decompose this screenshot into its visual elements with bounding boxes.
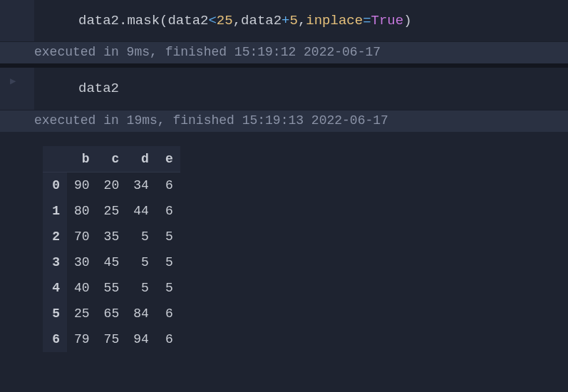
table-cell: 40: [67, 275, 97, 301]
table-cell: 5: [126, 275, 156, 301]
column-header: b: [67, 146, 97, 172]
column-header: e: [156, 146, 180, 172]
execution-status: executed in 19ms, finished 15:19:13 2022…: [0, 110, 568, 132]
table-header-row: b c d e: [43, 146, 180, 172]
code-token: data2: [167, 13, 208, 29]
table-cell: 6: [156, 301, 180, 326]
table-row: 4405555: [43, 275, 180, 301]
table-cell: 55: [97, 275, 127, 301]
code-input[interactable]: data2.mask(data2<25,data2+5,inplace=True…: [0, 0, 568, 41]
table-cell: 80: [67, 198, 97, 224]
table-cell: 25: [97, 198, 127, 224]
table-cell: 5: [156, 249, 180, 275]
row-index: 4: [43, 275, 67, 301]
table-row: 52565846: [43, 301, 180, 326]
code-cell-2[interactable]: ▶ data2: [0, 68, 568, 109]
code-token: mask: [127, 13, 160, 29]
row-index: 5: [43, 301, 67, 326]
table-cell: 75: [97, 326, 127, 352]
run-indicator-icon: ▶: [10, 75, 16, 87]
code-token: <: [208, 13, 216, 29]
table-cell: 90: [67, 172, 97, 198]
table-cell: 84: [126, 301, 156, 326]
code-token: 25: [217, 13, 233, 29]
code-cell-1[interactable]: data2.mask(data2<25,data2+5,inplace=True…: [0, 0, 568, 41]
code-token: .: [119, 13, 127, 29]
code-token: =: [363, 13, 371, 29]
code-token: ): [403, 13, 411, 29]
table-row: 67975946: [43, 326, 180, 352]
table-cell: 45: [97, 249, 127, 275]
table-row: 18025446: [43, 198, 180, 224]
row-index: 2: [43, 224, 67, 249]
cell-gutter: [0, 0, 34, 41]
table-row: 2703555: [43, 224, 180, 249]
table-cell: 6: [156, 326, 180, 352]
table-cell: 65: [97, 301, 127, 326]
table-cell: 6: [156, 198, 180, 224]
code-input[interactable]: data2: [0, 68, 568, 109]
table-cell: 5: [156, 275, 180, 301]
table-cell: 34: [126, 172, 156, 198]
table-cell: 70: [67, 224, 97, 249]
row-index: 6: [43, 326, 67, 352]
row-index: 1: [43, 198, 67, 224]
code-token: data2: [78, 81, 119, 96]
table-cell: 30: [67, 249, 97, 275]
code-token: 5: [290, 13, 298, 29]
column-header: d: [126, 146, 156, 172]
table-row: 09020346: [43, 172, 180, 198]
code-token: +: [282, 13, 289, 29]
code-token: data2: [241, 13, 282, 29]
table-corner: [43, 146, 67, 172]
execution-status: executed in 9ms, finished 15:19:12 2022-…: [0, 41, 568, 63]
code-token: True: [371, 13, 404, 29]
table-cell: 44: [126, 198, 156, 224]
table-cell: 20: [97, 172, 127, 198]
code-token: inplace: [306, 13, 363, 29]
table-cell: 5: [126, 249, 156, 275]
code-token: ,: [298, 13, 306, 29]
row-index: 0: [43, 172, 67, 198]
dataframe-table: b c d e 09020346180254462703555330455544…: [43, 146, 180, 352]
row-index: 3: [43, 249, 67, 275]
code-token: (: [160, 13, 167, 29]
table-cell: 35: [97, 224, 127, 249]
table-cell: 25: [67, 301, 97, 326]
cell-gutter: [0, 68, 34, 109]
code-token: data2: [78, 13, 119, 29]
table-cell: 6: [156, 172, 180, 198]
table-cell: 5: [156, 224, 180, 249]
cell-output: b c d e 09020346180254462703555330455544…: [0, 132, 568, 352]
code-token: ,: [233, 13, 241, 29]
table-cell: 94: [126, 326, 156, 352]
table-cell: 5: [126, 224, 156, 249]
table-row: 3304555: [43, 249, 180, 275]
column-header: c: [97, 146, 127, 172]
table-cell: 79: [67, 326, 97, 352]
